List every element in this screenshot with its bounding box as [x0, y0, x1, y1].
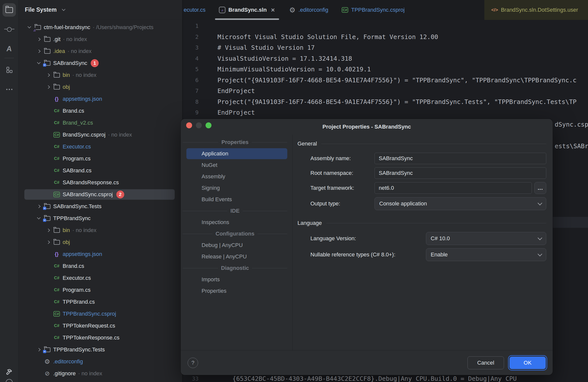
tree-item-tppbrandsync-csproj[interactable]: TPPBrandSync.csproj	[18, 308, 182, 320]
dialog-footer: ? Cancel OK	[181, 350, 553, 375]
close-window-icon[interactable]	[186, 122, 192, 128]
tree-item-tppbrandsync-tests[interactable]: TPPBrandSync.Tests	[18, 344, 182, 356]
chevron-down-icon[interactable]	[26, 24, 33, 31]
nav-item-inspections[interactable]: Inspections	[186, 217, 287, 228]
more-icon[interactable]	[2, 83, 16, 96]
tree-item-executor-cs[interactable]: Executor.cs	[18, 141, 182, 153]
tree-item-bin[interactable]: bin· no index	[18, 69, 182, 81]
files-icon[interactable]	[2, 3, 16, 17]
tab-tppbrandsync-csproj[interactable]: TPPBrandSync.csproj	[335, 0, 411, 20]
help-button[interactable]: ?	[188, 358, 198, 368]
chevron-right-icon[interactable]	[45, 227, 52, 234]
tree-item-label: TPPTokenResponse.cs	[63, 334, 120, 341]
build-hammer-icon[interactable]	[2, 366, 16, 379]
dialog-nav: PropertiesApplicationNuGetAssemblySignin…	[181, 135, 293, 350]
tree-item-sabrandsync[interactable]: SABrandSync1	[18, 57, 182, 69]
tool-window-header[interactable]: File System	[18, 0, 182, 20]
chevron-right-icon[interactable]	[35, 346, 43, 353]
tree-item-obj[interactable]: obj	[18, 236, 182, 248]
assembly-name-input[interactable]: SABrandSync	[375, 153, 546, 164]
language-version-select[interactable]: C# 10.0	[426, 232, 546, 245]
chevron-right-icon[interactable]	[35, 48, 43, 55]
cancel-button[interactable]: Cancel	[467, 356, 504, 369]
tree-item-brand-v2-cs[interactable]: Brand_v2.cs	[18, 117, 182, 129]
tree-item-tpptokenresponse-cs[interactable]: TPPTokenResponse.cs	[18, 332, 182, 344]
nav-item-build-events[interactable]: Build Events	[186, 194, 287, 205]
root-namespace-input[interactable]: SABrandSync	[375, 167, 546, 179]
tree-item-label: SABrandSync.csproj	[63, 191, 113, 198]
nav-item-signing[interactable]: Signing	[186, 183, 287, 193]
csharp-file-icon	[52, 286, 61, 294]
tree-item-ctm-fuel-brandsync[interactable]: ctm-fuel-brandsync· /Users/shwang/Projec…	[18, 21, 182, 33]
nav-item-application[interactable]: Application	[186, 148, 287, 159]
line-text: Project("{9A19103F-16F7-4668-BE54-9A1E7A…	[217, 98, 577, 105]
nav-item-debug-anycpu[interactable]: Debug | AnyCPU	[186, 240, 287, 251]
tree-item-brand-cs[interactable]: Brand.cs	[18, 260, 182, 272]
tree-item-program-cs[interactable]: Program.cs	[18, 284, 182, 296]
tree-item-appsettings-json[interactable]: appsettings.json	[18, 93, 182, 105]
tree-item-executor-cs[interactable]: Executor.cs	[18, 272, 182, 284]
tab-ecutor-cs[interactable]: ecutor.cs	[183, 0, 212, 20]
chevron-right-icon[interactable]	[45, 71, 52, 79]
tab-editorconfig[interactable]: .editorconfig	[282, 0, 335, 20]
nullable-reference-types-c-8-0-select[interactable]: Enable	[426, 248, 546, 261]
tree-item-gitignore[interactable]: .gitignore· no index	[18, 368, 182, 380]
tree-item-sabrandsresponse-cs[interactable]: SABrandsResponse.cs	[18, 177, 182, 189]
tree-item-git[interactable]: .git· no index	[18, 33, 182, 45]
nav-item-imports[interactable]: Imports	[186, 274, 287, 285]
tree-item-suffix: · no index	[108, 132, 132, 138]
tree-item-editorconfig[interactable]: .editorconfig	[18, 356, 182, 368]
settings-partial-icon[interactable]	[6, 379, 13, 382]
nav-item-properties[interactable]: Properties	[186, 286, 287, 296]
tree-item-program-cs[interactable]: Program.cs	[18, 153, 182, 165]
tree-item-bin[interactable]: bin· no index	[18, 224, 182, 236]
tree-item-sabrandsync-tests[interactable]: SABrandSync.Tests	[18, 200, 182, 212]
chevron-down-icon[interactable]	[35, 215, 43, 222]
dialog-titlebar[interactable]: Project Properties - SABrandSync	[181, 119, 553, 135]
tree-item-sabrand-cs[interactable]: SABrand.cs	[18, 165, 182, 177]
tab-label: ecutor.cs	[184, 7, 206, 13]
chevron-spacer	[45, 179, 52, 186]
tree-item-sabrandsync-csproj[interactable]: SABrandSync.csproj2	[18, 189, 182, 200]
browse-ellipsis-button[interactable]: ...	[534, 182, 546, 194]
chevron-down-icon	[538, 252, 542, 256]
chevron-right-icon[interactable]	[45, 83, 52, 91]
tree-item-brandsync-csproj[interactable]: BrandSync.csproj· no index	[18, 129, 182, 141]
chevron-right-icon[interactable]	[45, 239, 52, 246]
form-group-general: General	[297, 138, 546, 149]
traffic-lights	[186, 122, 211, 128]
tree-item-tppbrand-cs[interactable]: TPPBrand.cs	[18, 296, 182, 308]
azure-icon[interactable]: A	[2, 42, 16, 55]
code-line: 3# Visual Studio Version 17	[183, 42, 588, 53]
target-framework-input[interactable]: net6.0	[375, 182, 532, 194]
zoom-window-icon[interactable]	[206, 122, 211, 128]
tree-item-tppbrandsync[interactable]: TPPBrandSync	[18, 212, 182, 224]
structure-icon[interactable]	[2, 63, 16, 77]
nav-item-assembly[interactable]: Assembly	[186, 171, 287, 182]
csproj-file-icon	[52, 131, 61, 139]
tab-brandsync-sln-dotsettings-user[interactable]: BrandSync.sln.DotSettings.user	[484, 0, 588, 20]
chevron-down-icon	[538, 201, 542, 205]
tree-item-appsettings-json[interactable]: appsettings.json	[18, 248, 182, 260]
close-icon[interactable]	[270, 7, 276, 13]
tree-item-idea[interactable]: .idea· no index	[18, 45, 182, 57]
chevron-right-icon[interactable]	[35, 36, 43, 43]
tree-item-brand-cs[interactable]: Brand.cs	[18, 105, 182, 117]
gitignore-icon	[43, 369, 52, 378]
nav-item-nuget[interactable]: NuGet	[186, 160, 287, 171]
folder-icon	[43, 47, 52, 55]
output-type-select[interactable]: Console application	[375, 197, 546, 210]
tab-brandsync-sln[interactable]: BrandSync.sln	[212, 0, 282, 20]
tree-item-tpptokenrequest-cs[interactable]: TPPTokenRequest.cs	[18, 320, 182, 332]
tree-item-obj[interactable]: obj	[18, 81, 182, 93]
file-system-panel: File System ctm-fuel-brandsync· /Users/s…	[18, 0, 182, 382]
csharp-file-icon	[52, 274, 61, 282]
git-commit-icon[interactable]	[2, 23, 16, 36]
tree-item-label: appsettings.json	[63, 96, 102, 102]
ok-button[interactable]: OK	[509, 357, 546, 369]
chevron-down-icon[interactable]	[35, 59, 43, 67]
chevron-down-icon[interactable]	[60, 6, 68, 14]
nav-item-release-anycpu[interactable]: Release | AnyCPU	[186, 251, 287, 262]
tree-item-suffix: · no index	[72, 227, 96, 234]
chevron-right-icon[interactable]	[35, 203, 43, 210]
